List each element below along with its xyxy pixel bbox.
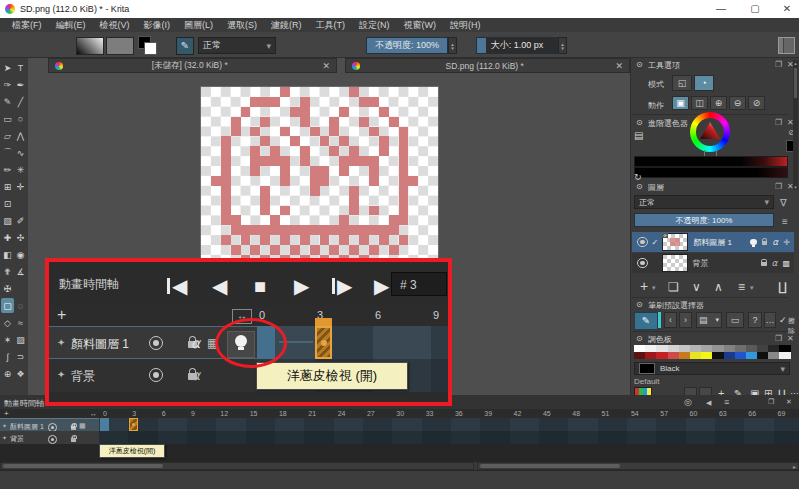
elliptical-selection-tool[interactable]: ◌ [14,298,27,313]
pin-icon[interactable]: ✦ [2,422,7,429]
move-layer-up-button[interactable]: ∧ [714,280,723,294]
palette-swatch[interactable] [656,345,667,352]
keyframe-cell[interactable] [315,326,332,359]
palette-swatch[interactable] [724,352,735,359]
layer-visibility-icon[interactable] [637,237,648,248]
menu-item-4[interactable]: 圖層(L) [178,19,219,32]
add-layer-icon[interactable]: + [4,409,9,418]
palette-swatch[interactable] [768,352,779,359]
enclose-fill-tool[interactable]: ◉ [14,247,27,262]
pin-icon[interactable]: ✦ [57,369,65,380]
canvas-hscrollbar[interactable]: ▸ [477,462,799,470]
size-spinner[interactable]: ▴▾ [558,37,567,54]
audio-icon[interactable]: ◀ [706,399,711,406]
polygonal-selection-tool[interactable]: ◇ [1,315,14,330]
palette-swatch[interactable] [690,345,701,352]
brush-size-slider[interactable]: 大小: 1.00 px [476,37,558,54]
move-tool[interactable]: ✛ [14,179,27,194]
onion-skin-icon[interactable] [750,239,756,245]
menu-item-2[interactable]: 檢視(V) [94,19,136,32]
alpha-lock-icon[interactable]: α [772,237,778,247]
close-icon[interactable]: ✕ [786,398,792,405]
inherit-alpha-icon[interactable]: ✛ [783,238,790,247]
palette-color-combo[interactable]: Black ▾ [634,362,790,375]
alpha-lock-icon[interactable]: α [70,421,75,430]
palette-swatch[interactable] [645,345,656,352]
reference-images-tool[interactable]: ✠ [1,281,14,296]
action-replace-button[interactable]: ▣ [672,96,689,110]
palette-swatch[interactable] [679,352,690,359]
stop-button[interactable]: ■ [254,276,266,296]
gradient-tool[interactable]: ▧ [1,213,14,228]
visibility-icon[interactable] [149,368,163,382]
multibrush-tool[interactable]: ✳ [14,162,27,177]
visibility-icon[interactable] [149,336,163,350]
patch-tool[interactable]: ✚ [1,230,14,245]
previous-frame-button[interactable]: ◀ [212,276,227,296]
palette-swatch[interactable] [779,345,790,352]
rectangular-selection-tool[interactable]: ▢ [1,298,14,313]
mode-pixel-selection-button[interactable]: ◱ [672,75,692,91]
palette-swatch[interactable] [746,352,757,359]
preset-chooser-dropdown[interactable]: ▤▾ [696,312,722,328]
bezier-selection-tool[interactable]: ∫ [1,349,14,364]
visibility-icon[interactable] [48,435,57,444]
menu-item-1[interactable]: 編輯(E) [50,19,92,32]
lock-icon[interactable] [761,262,767,266]
action-subtract-button[interactable]: ⊖ [729,96,746,110]
close-button[interactable]: ✕ [772,0,799,18]
hint-button[interactable]: ? [748,312,762,328]
palette-swatch[interactable] [735,345,746,352]
palette-swatch[interactable] [701,352,712,359]
selector-shape-icon[interactable]: ▤ [634,130,643,141]
fit-zoom-icon[interactable]: ↔ [90,410,97,417]
next-frame-button[interactable]: ▶ [332,276,352,296]
palette-swatch[interactable] [735,352,746,359]
color-slider-value[interactable] [634,167,788,178]
palette-swatch[interactable] [757,352,768,359]
calligraphy-tool[interactable]: ✒ [14,77,27,92]
menu-item-10[interactable]: 說明(H) [444,19,487,32]
more-options-button[interactable]: … [764,312,776,328]
move-layer-down-button[interactable]: ∨ [692,280,701,294]
mode-vector-selection-button[interactable]: ◔ [694,75,714,91]
alpha-lock-icon[interactable]: α [772,258,778,268]
fill-tool[interactable]: ◧ [1,247,14,262]
foreground-background-colors[interactable] [138,36,156,54]
dynamic-brush-tool[interactable]: ✏ [1,162,14,177]
line-tool[interactable]: ╱ [14,94,27,109]
timeline-layer-paint[interactable]: ✦ 顏料圖層 1 α ▦ [0,418,99,431]
menu-item-0[interactable]: 檔案(F) [6,19,48,32]
freehand-path-tool[interactable]: ∿ [14,145,27,160]
measure-tool[interactable]: ∡ [14,264,27,279]
checkbox-checked-icon[interactable]: ✓ [779,315,787,325]
timeline-frames-row-paint[interactable] [99,418,799,431]
current-frame-cell[interactable] [100,418,109,431]
polyline-tool[interactable]: ⋀ [14,128,27,143]
workspace-chooser-button[interactable] [778,37,795,54]
pin-icon[interactable]: ✦ [57,337,65,348]
add-layer-icon[interactable]: + [57,306,66,324]
duplicate-layer-button[interactable]: ❏ [668,280,679,294]
layer-visibility-icon[interactable] [637,258,648,269]
palette-swatch[interactable] [679,345,690,352]
palette-swatch[interactable] [724,345,735,352]
layer-opacity-slider[interactable]: 不透明度: 100% [634,213,774,227]
close-icon[interactable]: ✕ [609,61,629,71]
minimize-button[interactable]: — [706,0,736,18]
text-tool[interactable]: T [14,60,27,75]
opacity-slider[interactable]: 不透明度: 100% [366,37,448,54]
document-tab-sdpng[interactable]: SD.png (112.0 KiB) * ✕ [345,58,630,73]
layer-row-paint[interactable]: ✓ ⟳ 顏料圖層 1 α ✛ [632,232,794,252]
palette-swatch[interactable] [656,352,667,359]
menu-item-3[interactable]: 影像(I) [138,19,177,32]
ellipse-tool[interactable]: ○ [14,111,27,126]
add-layer-button[interactable]: + [640,278,648,294]
close-icon[interactable]: ✕ [316,61,336,71]
frame-counter-spinbox[interactable]: # 3 [391,272,447,296]
close-icon[interactable]: ✕ [787,334,794,343]
contiguous-selection-tool[interactable]: ✶ [1,332,14,347]
layer-blending-mode-combo[interactable]: 正常 ▾ [634,195,774,209]
smart-patch-tool[interactable]: ✣ [14,230,27,245]
alpha-lock-icon[interactable]: α [70,433,75,442]
